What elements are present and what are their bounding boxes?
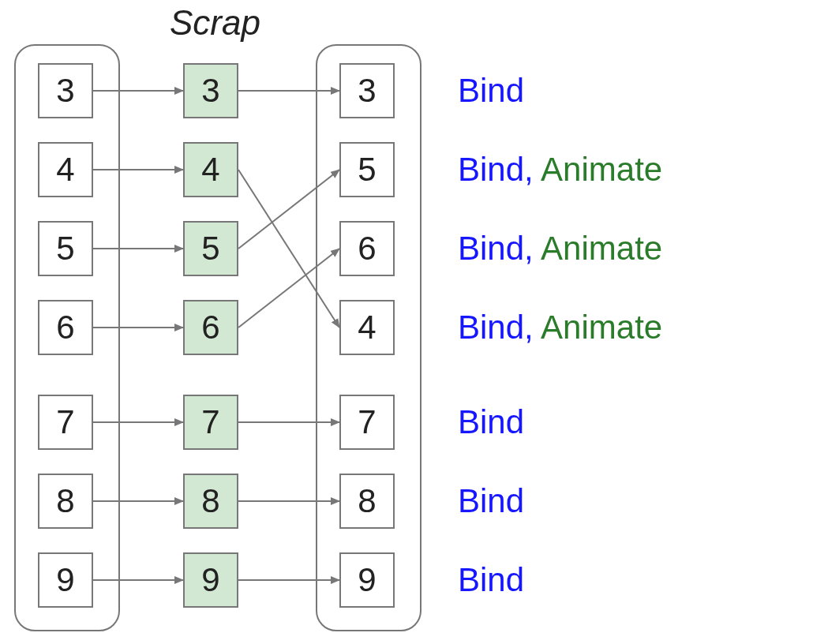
- row-label-3: Bind, Animate: [458, 309, 662, 346]
- animate-text: Animate: [541, 151, 662, 188]
- scrap-cell-9: 9: [183, 552, 238, 608]
- comma-text: ,: [524, 309, 541, 346]
- bind-text: Bind: [458, 230, 524, 267]
- animate-text: Animate: [541, 309, 662, 346]
- left-cell-5: 5: [38, 221, 93, 276]
- left-cell-3: 3: [38, 63, 93, 118]
- comma-text: ,: [524, 230, 541, 267]
- right-cell-3: 3: [339, 63, 395, 118]
- animate-text: Animate: [541, 230, 662, 267]
- bind-text: Bind: [458, 482, 524, 519]
- row-label-1: Bind, Animate: [458, 151, 662, 189]
- row-label-6: Bind: [458, 561, 524, 599]
- scrap-title: Scrap: [170, 3, 260, 43]
- scrap-cell-6: 6: [183, 300, 238, 355]
- row-label-2: Bind, Animate: [458, 230, 662, 268]
- scrap-cell-3: 3: [183, 63, 238, 118]
- right-cell-9: 9: [339, 552, 395, 608]
- scrap-cell-4: 4: [183, 142, 238, 197]
- scrap-cell-8: 8: [183, 474, 238, 529]
- right-cell-8: 8: [339, 474, 395, 529]
- left-cell-6: 6: [38, 300, 93, 355]
- bind-text: Bind: [458, 403, 524, 440]
- left-cell-9: 9: [38, 552, 93, 608]
- scrap-cell-7: 7: [183, 395, 238, 450]
- bind-text: Bind: [458, 309, 524, 346]
- row-label-0: Bind: [458, 72, 524, 110]
- bind-text: Bind: [458, 72, 524, 109]
- right-cell-5: 5: [339, 142, 395, 197]
- right-cell-6: 6: [339, 221, 395, 276]
- bind-text: Bind: [458, 561, 524, 598]
- bind-text: Bind: [458, 151, 524, 188]
- comma-text: ,: [524, 151, 541, 188]
- row-label-5: Bind: [458, 482, 524, 520]
- left-cell-7: 7: [38, 395, 93, 450]
- right-cell-4: 4: [339, 300, 395, 355]
- right-cell-7: 7: [339, 395, 395, 450]
- left-cell-4: 4: [38, 142, 93, 197]
- left-cell-8: 8: [38, 474, 93, 529]
- row-label-4: Bind: [458, 403, 524, 441]
- diagram-canvas: Scrap 345678934567893564789 BindBind, An…: [0, 0, 813, 644]
- scrap-cell-5: 5: [183, 221, 238, 276]
